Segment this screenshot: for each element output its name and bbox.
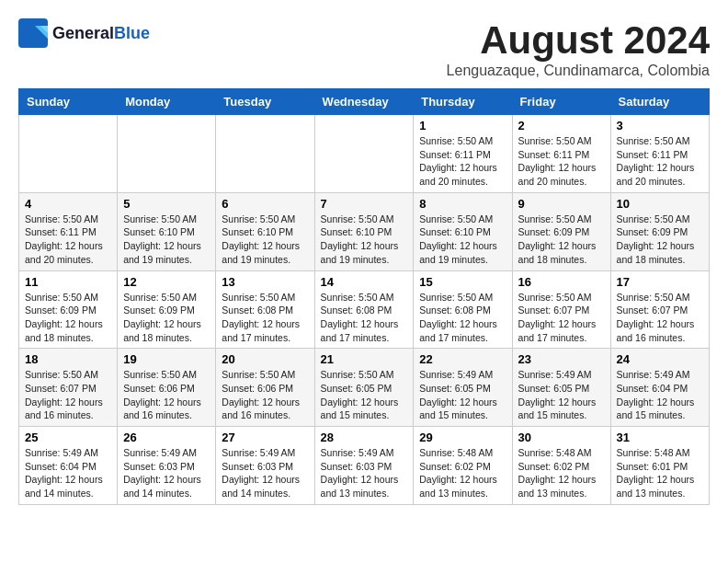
calendar-cell: 14Sunrise: 5:50 AM Sunset: 6:08 PM Dayli… (314, 270, 414, 349)
header-wednesday: Wednesday (314, 89, 414, 115)
day-number: 8 (419, 197, 506, 211)
calendar-cell: 8Sunrise: 5:50 AM Sunset: 6:10 PM Daylig… (414, 192, 512, 270)
day-info: Sunrise: 5:49 AM Sunset: 6:03 PM Dayligh… (123, 446, 210, 500)
week-row-3: 11Sunrise: 5:50 AM Sunset: 6:09 PM Dayli… (19, 270, 710, 349)
calendar-cell: 21Sunrise: 5:50 AM Sunset: 6:05 PM Dayli… (314, 349, 414, 427)
header-thursday: Thursday (414, 89, 512, 115)
day-number: 13 (222, 275, 308, 289)
calendar-cell (118, 115, 216, 193)
day-info: Sunrise: 5:48 AM Sunset: 6:02 PM Dayligh… (518, 446, 605, 500)
day-info: Sunrise: 5:50 AM Sunset: 6:07 PM Dayligh… (617, 291, 703, 345)
week-row-4: 18Sunrise: 5:50 AM Sunset: 6:07 PM Dayli… (19, 349, 710, 427)
calendar-cell: 25Sunrise: 5:49 AM Sunset: 6:04 PM Dayli… (19, 427, 118, 505)
day-info: Sunrise: 5:50 AM Sunset: 6:10 PM Dayligh… (321, 213, 408, 267)
day-number: 23 (518, 352, 605, 366)
calendar-cell: 15Sunrise: 5:50 AM Sunset: 6:08 PM Dayli… (414, 270, 512, 349)
calendar-cell: 11Sunrise: 5:50 AM Sunset: 6:09 PM Dayli… (19, 270, 118, 349)
day-info: Sunrise: 5:50 AM Sunset: 6:09 PM Dayligh… (518, 213, 605, 267)
day-info: Sunrise: 5:50 AM Sunset: 6:11 PM Dayligh… (25, 213, 111, 267)
calendar-cell: 5Sunrise: 5:50 AM Sunset: 6:10 PM Daylig… (118, 192, 216, 270)
day-number: 12 (123, 275, 210, 289)
calendar-cell: 28Sunrise: 5:49 AM Sunset: 6:03 PM Dayli… (314, 427, 414, 505)
calendar-cell: 20Sunrise: 5:50 AM Sunset: 6:06 PM Dayli… (216, 349, 314, 427)
header-monday: Monday (118, 89, 216, 115)
logo: General Blue (18, 18, 150, 48)
day-number: 25 (25, 431, 111, 444)
day-number: 11 (25, 275, 111, 289)
day-info: Sunrise: 5:48 AM Sunset: 6:01 PM Dayligh… (617, 446, 703, 500)
day-info: Sunrise: 5:50 AM Sunset: 6:08 PM Dayligh… (419, 291, 506, 345)
day-number: 17 (617, 275, 703, 289)
day-info: Sunrise: 5:50 AM Sunset: 6:06 PM Dayligh… (222, 368, 308, 422)
calendar-cell (19, 115, 118, 193)
day-number: 6 (222, 197, 308, 211)
calendar-cell: 10Sunrise: 5:50 AM Sunset: 6:09 PM Dayli… (610, 192, 709, 270)
day-info: Sunrise: 5:50 AM Sunset: 6:10 PM Dayligh… (123, 213, 210, 267)
calendar-cell: 3Sunrise: 5:50 AM Sunset: 6:11 PM Daylig… (610, 115, 709, 193)
header-sunday: Sunday (19, 89, 118, 115)
day-info: Sunrise: 5:50 AM Sunset: 6:10 PM Dayligh… (222, 213, 308, 267)
day-number: 3 (617, 119, 703, 132)
week-row-5: 25Sunrise: 5:49 AM Sunset: 6:04 PM Dayli… (19, 427, 710, 505)
header-tuesday: Tuesday (216, 89, 314, 115)
calendar-cell (216, 115, 314, 193)
day-number: 26 (123, 431, 210, 444)
calendar-cell: 26Sunrise: 5:49 AM Sunset: 6:03 PM Dayli… (118, 427, 216, 505)
day-info: Sunrise: 5:50 AM Sunset: 6:11 PM Dayligh… (617, 134, 703, 189)
day-info: Sunrise: 5:49 AM Sunset: 6:05 PM Dayligh… (518, 368, 605, 422)
day-info: Sunrise: 5:49 AM Sunset: 6:05 PM Dayligh… (419, 368, 506, 422)
location-subtitle: Lenguazaque, Cundinamarca, Colombia (447, 63, 710, 79)
day-number: 27 (222, 431, 308, 444)
day-number: 16 (518, 275, 605, 289)
week-row-1: 1Sunrise: 5:50 AM Sunset: 6:11 PM Daylig… (19, 115, 710, 193)
month-title: August 2024 (447, 18, 710, 63)
day-info: Sunrise: 5:49 AM Sunset: 6:03 PM Dayligh… (222, 446, 308, 500)
day-number: 1 (419, 119, 506, 132)
calendar-cell: 22Sunrise: 5:49 AM Sunset: 6:05 PM Dayli… (414, 349, 512, 427)
day-info: Sunrise: 5:50 AM Sunset: 6:09 PM Dayligh… (617, 213, 703, 267)
calendar-cell: 12Sunrise: 5:50 AM Sunset: 6:09 PM Dayli… (118, 270, 216, 349)
calendar-cell: 7Sunrise: 5:50 AM Sunset: 6:10 PM Daylig… (314, 192, 414, 270)
day-info: Sunrise: 5:50 AM Sunset: 6:09 PM Dayligh… (25, 291, 111, 345)
day-number: 28 (321, 431, 408, 444)
day-number: 31 (617, 431, 703, 444)
calendar-cell: 23Sunrise: 5:49 AM Sunset: 6:05 PM Dayli… (512, 349, 610, 427)
calendar-cell: 6Sunrise: 5:50 AM Sunset: 6:10 PM Daylig… (216, 192, 314, 270)
day-number: 30 (518, 431, 605, 444)
calendar-header: SundayMondayTuesdayWednesdayThursdayFrid… (19, 89, 710, 115)
day-info: Sunrise: 5:50 AM Sunset: 6:09 PM Dayligh… (123, 291, 210, 345)
day-info: Sunrise: 5:50 AM Sunset: 6:11 PM Dayligh… (419, 134, 506, 189)
calendar-cell: 9Sunrise: 5:50 AM Sunset: 6:09 PM Daylig… (512, 192, 610, 270)
calendar-cell: 19Sunrise: 5:50 AM Sunset: 6:06 PM Dayli… (118, 349, 216, 427)
day-number: 19 (123, 352, 210, 366)
day-info: Sunrise: 5:50 AM Sunset: 6:11 PM Dayligh… (518, 134, 605, 189)
calendar-cell: 2Sunrise: 5:50 AM Sunset: 6:11 PM Daylig… (512, 115, 610, 193)
day-number: 5 (123, 197, 210, 211)
day-info: Sunrise: 5:50 AM Sunset: 6:08 PM Dayligh… (321, 291, 408, 345)
calendar-cell: 31Sunrise: 5:48 AM Sunset: 6:01 PM Dayli… (610, 427, 709, 505)
calendar-cell: 27Sunrise: 5:49 AM Sunset: 6:03 PM Dayli… (216, 427, 314, 505)
header-row: SundayMondayTuesdayWednesdayThursdayFrid… (19, 89, 710, 115)
logo-general: General (52, 24, 114, 43)
logo-icon (18, 18, 48, 48)
day-number: 10 (617, 197, 703, 211)
day-info: Sunrise: 5:48 AM Sunset: 6:02 PM Dayligh… (419, 446, 506, 500)
logo-blue: Blue (114, 24, 150, 43)
calendar-cell (314, 115, 414, 193)
day-number: 22 (419, 352, 506, 366)
header-friday: Friday (512, 89, 610, 115)
day-info: Sunrise: 5:50 AM Sunset: 6:07 PM Dayligh… (25, 368, 111, 422)
day-number: 4 (25, 197, 111, 211)
calendar-body: 1Sunrise: 5:50 AM Sunset: 6:11 PM Daylig… (19, 115, 710, 505)
calendar-cell: 17Sunrise: 5:50 AM Sunset: 6:07 PM Dayli… (610, 270, 709, 349)
day-number: 2 (518, 119, 605, 132)
calendar-cell: 13Sunrise: 5:50 AM Sunset: 6:08 PM Dayli… (216, 270, 314, 349)
day-info: Sunrise: 5:50 AM Sunset: 6:07 PM Dayligh… (518, 291, 605, 345)
day-number: 15 (419, 275, 506, 289)
calendar-cell: 16Sunrise: 5:50 AM Sunset: 6:07 PM Dayli… (512, 270, 610, 349)
day-info: Sunrise: 5:49 AM Sunset: 6:04 PM Dayligh… (25, 446, 111, 500)
day-number: 24 (617, 352, 703, 366)
day-number: 14 (321, 275, 408, 289)
calendar-cell: 18Sunrise: 5:50 AM Sunset: 6:07 PM Dayli… (19, 349, 118, 427)
title-section: August 2024 Lenguazaque, Cundinamarca, C… (447, 18, 710, 79)
